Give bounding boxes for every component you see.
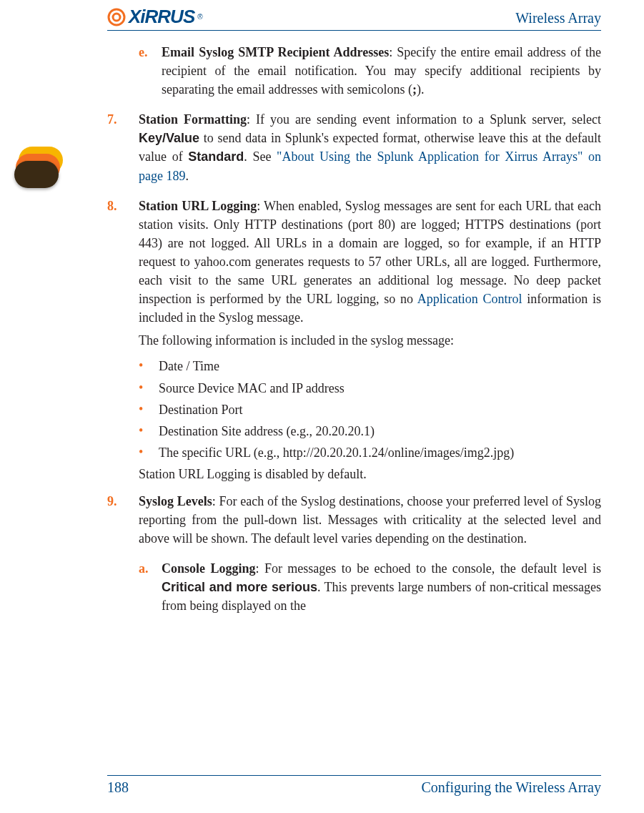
brand-logo: XiRRUS ® <box>107 6 203 28</box>
side-tab-icon <box>14 139 57 189</box>
list-item: • Source Device MAC and IP address <box>139 379 601 398</box>
text-8-disabled: Station URL Logging is disabled by defau… <box>107 465 601 483</box>
marker-9: 9. <box>107 492 139 548</box>
list-item-a: a. Console Logging: For messages to be e… <box>107 559 601 615</box>
bullet-icon: • <box>139 422 159 440</box>
link-application-control[interactable]: Application Control <box>417 292 522 306</box>
text-8: Station URL Logging: When enabled, Syslo… <box>139 197 601 327</box>
bullet-icon: • <box>139 443 159 462</box>
list-item-7: 7. Station Formatting: If you are sendin… <box>107 110 601 184</box>
bullet-list-8: • Date / Time • Source Device MAC and IP… <box>107 357 601 461</box>
text-9: Syslog Levels: For each of the Syslog de… <box>139 492 601 548</box>
logo-mark-icon <box>107 8 126 26</box>
page: XiRRUS ® Wireless Array e. Email Syslog … <box>0 0 644 813</box>
bullet-icon: • <box>139 379 159 398</box>
list-item-8: 8. Station URL Logging: When enabled, Sy… <box>107 197 601 327</box>
text-7: Station Formatting: If you are sending e… <box>139 110 601 184</box>
header-rule <box>107 30 601 31</box>
list-item-9: 9. Syslog Levels: For each of the Syslog… <box>107 492 601 548</box>
marker-8: 8. <box>107 197 139 327</box>
marker-a: a. <box>139 559 162 615</box>
text-8-intro: The following information is included in… <box>107 331 601 350</box>
list-item-e: e. Email Syslog SMTP Recipient Addresses… <box>107 43 601 99</box>
logo-word: XiRRUS <box>129 6 194 28</box>
list-item: • Destination Site address (e.g., 20.20.… <box>139 422 601 440</box>
list-item: • Date / Time <box>139 357 601 375</box>
list-item: • The specific URL (e.g., http://20.20.2… <box>139 443 601 462</box>
list-item: • Destination Port <box>139 400 601 419</box>
footer-section-title: Configuring the Wireless Array <box>421 779 601 796</box>
bullet-icon: • <box>139 357 159 375</box>
text-e: Email Syslog SMTP Recipient Addresses: S… <box>162 43 601 99</box>
svg-point-1 <box>113 14 120 21</box>
page-content: e. Email Syslog SMTP Recipient Addresses… <box>107 43 601 763</box>
text-a: Console Logging: For messages to be echo… <box>162 559 601 615</box>
bullet-icon: • <box>139 400 159 419</box>
logo-registered: ® <box>197 13 202 21</box>
page-number: 188 <box>107 779 129 796</box>
footer-rule <box>107 775 601 776</box>
marker-7: 7. <box>107 110 139 184</box>
header-product-title: Wireless Array <box>515 10 601 26</box>
marker-e: e. <box>139 43 162 99</box>
svg-point-0 <box>109 9 124 25</box>
